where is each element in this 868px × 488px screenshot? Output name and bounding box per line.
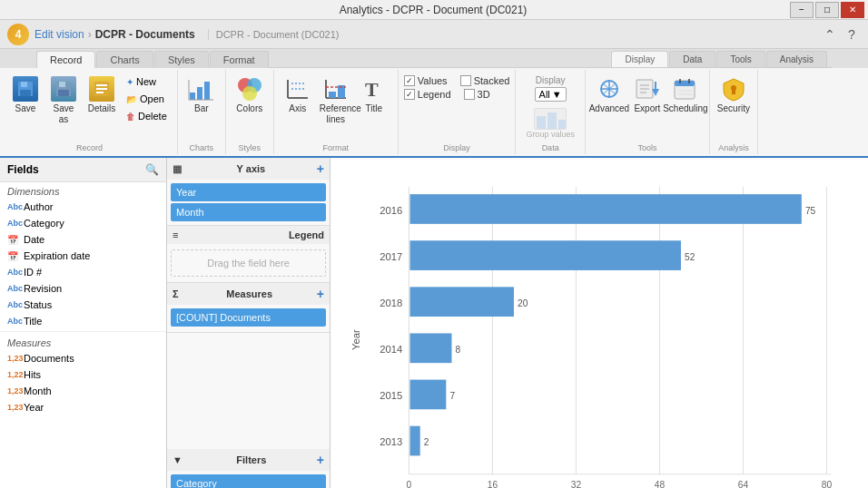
dimensions-label: Dimensions <box>0 182 166 199</box>
display-text: Display <box>536 75 566 85</box>
legend-header: ≡ Legend <box>167 226 330 244</box>
record-label: Record <box>7 142 172 152</box>
ribbon-tabs-row: Record Charts Styles Format Display Data… <box>0 49 868 68</box>
tab-tools-header: Tools <box>716 51 764 67</box>
styles-section: Colors Styles <box>226 70 274 154</box>
field-author[interactable]: Abc Author <box>0 199 166 215</box>
field-hits[interactable]: 1,22 Hits <box>0 366 166 383</box>
security-button[interactable]: Security <box>715 72 752 117</box>
num-icon: 1,23 <box>7 386 20 395</box>
legend-checkbox[interactable] <box>404 89 415 100</box>
new-icon: ✦ <box>126 77 133 87</box>
bar-label: Bar <box>194 103 209 114</box>
field-expiration-date[interactable]: 📅 Expiration date <box>0 248 166 264</box>
minimize-button[interactable]: − <box>790 2 814 18</box>
svg-text:48: 48 <box>655 480 666 488</box>
stacked-label: Stacked <box>474 75 510 86</box>
tab-format[interactable]: Format <box>210 51 269 68</box>
field-id[interactable]: Abc ID # <box>0 264 166 280</box>
tab-display-header: Display <box>611 51 668 67</box>
field-month[interactable]: 1,23 Month <box>0 383 166 399</box>
measures-add-button[interactable]: + <box>317 287 324 301</box>
legend-placeholder: Drag the field here <box>171 249 326 277</box>
styles-label: Styles <box>232 142 268 152</box>
open-button[interactable]: 📂 Open <box>122 91 172 107</box>
svg-rect-5 <box>58 90 69 96</box>
svg-rect-43 <box>675 81 695 86</box>
legend-label: Legend <box>418 89 451 100</box>
field-year[interactable]: 1,23 Year <box>0 399 166 415</box>
revision-label: Revision <box>24 283 62 294</box>
bar-2016 <box>409 194 801 224</box>
filters-icon: ▼ <box>173 454 182 465</box>
field-status[interactable]: Abc Status <box>0 297 166 313</box>
fields-title: Fields <box>7 163 39 176</box>
app-logo: 4 <box>7 24 29 45</box>
3d-checkbox-row: 3D <box>464 89 490 100</box>
yaxis-item-year[interactable]: Year <box>171 183 326 201</box>
search-icon[interactable]: 🔍 <box>145 163 159 176</box>
axis-label: Axis <box>289 103 306 114</box>
filter-item-category[interactable]: Category <box>171 474 326 488</box>
record-small-tools: ✦ New 📂 Open 🗑 Delete <box>122 73 172 124</box>
display-dropdown[interactable]: All ▼ <box>535 87 567 102</box>
group-values-button[interactable]: Group values <box>521 105 579 142</box>
stacked-checkbox[interactable] <box>460 75 471 86</box>
svg-text:Year: Year <box>350 329 361 350</box>
save-button[interactable]: Save <box>7 72 44 117</box>
field-date[interactable]: 📅 Date <box>0 231 166 248</box>
field-revision[interactable]: Abc Revision <box>0 280 166 297</box>
axis-button[interactable]: Axis <box>280 72 316 117</box>
breadcrumb-edit-vision[interactable]: Edit vision <box>35 28 84 41</box>
record-buttons: Save Save as Details ✦ <box>7 72 172 142</box>
new-button[interactable]: ✦ New <box>122 73 172 90</box>
app-header: 4 Edit vision › DCPR - Documents DCPR - … <box>0 20 868 49</box>
header-actions: ⌃ ? <box>821 25 861 44</box>
reference-lines-button[interactable]: Reference lines <box>318 72 354 128</box>
field-title[interactable]: Abc Title <box>0 313 166 329</box>
tab-record[interactable]: Record <box>36 51 95 68</box>
save-label: Save <box>15 103 36 114</box>
field-category[interactable]: Abc Category <box>0 215 166 231</box>
svg-text:0: 0 <box>407 480 412 488</box>
title-button[interactable]: T Title <box>356 72 392 117</box>
colors-button[interactable]: Colors <box>232 72 268 117</box>
breadcrumb-main[interactable]: DCPR - Documents <box>95 28 195 41</box>
tab-charts[interactable]: Charts <box>96 51 153 68</box>
collapse-button[interactable]: ⌃ <box>821 25 839 44</box>
svg-rect-9 <box>96 92 104 93</box>
advanced-button[interactable]: Advanced <box>591 72 627 117</box>
3d-checkbox[interactable] <box>464 89 475 100</box>
yaxis-add-button[interactable]: + <box>317 161 324 176</box>
close-button[interactable]: ✕ <box>841 2 864 18</box>
export-button[interactable]: Export <box>629 72 666 117</box>
expiration-date-label: Expiration date <box>24 250 90 261</box>
field-documents[interactable]: 1,23 Documents <box>0 350 166 366</box>
abc-icon: Abc <box>7 284 20 293</box>
measures-icon: Σ <box>173 288 179 299</box>
value-2018: 20 <box>518 298 528 308</box>
yaxis-item-month[interactable]: Month <box>171 203 326 221</box>
values-checkbox-row: Values <box>404 75 448 86</box>
scheduling-button[interactable]: Scheduling <box>667 72 704 117</box>
svg-rect-29 <box>547 112 557 129</box>
display-section: Values Stacked Legend 3D <box>399 70 517 154</box>
svg-text:64: 64 <box>738 480 749 488</box>
advanced-label: Advanced <box>589 103 629 114</box>
details-button[interactable]: Details <box>84 72 120 117</box>
maximize-button[interactable]: □ <box>815 2 839 18</box>
bar-button[interactable]: Bar <box>183 72 220 117</box>
breadcrumb-separator: › <box>88 28 92 41</box>
legend-section: ≡ Legend Drag the field here <box>167 226 330 283</box>
delete-button[interactable]: 🗑 Delete <box>122 108 172 124</box>
save-as-button[interactable]: Save as <box>45 72 82 128</box>
title-bar: Analytics - DCPR - Document (DC021) − □ … <box>0 0 868 20</box>
tab-styles[interactable]: Styles <box>154 51 209 68</box>
filters-add-button[interactable]: + <box>317 453 324 467</box>
svg-rect-2 <box>20 90 31 96</box>
measures-item-count-documents[interactable]: [COUNT] Documents <box>171 308 326 327</box>
tools-label: Tools <box>591 142 704 152</box>
values-checkbox[interactable] <box>404 75 415 86</box>
help-button[interactable]: ? <box>843 25 861 44</box>
details-label: Details <box>88 103 116 114</box>
